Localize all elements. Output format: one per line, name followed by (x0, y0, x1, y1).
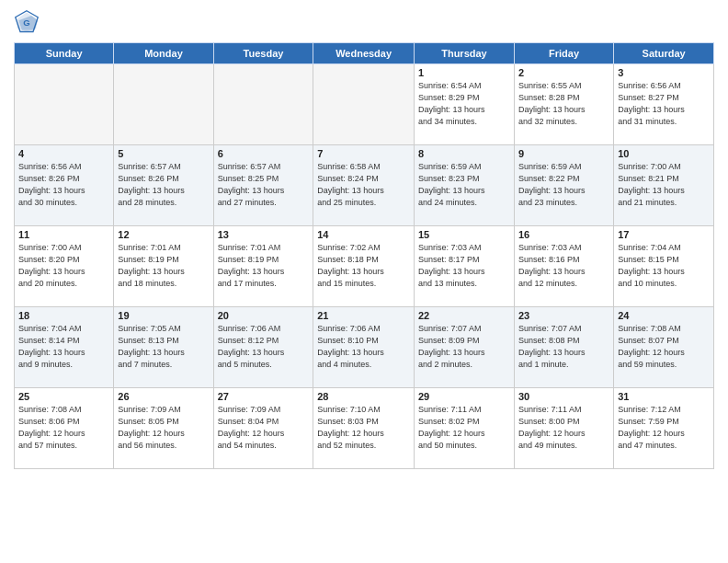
day-info: Sunrise: 7:09 AMSunset: 8:05 PMDaylight:… (118, 404, 209, 452)
day-info: Sunrise: 6:56 AMSunset: 8:27 PMDaylight:… (618, 80, 710, 128)
day-info: Sunrise: 6:54 AMSunset: 8:29 PMDaylight:… (418, 80, 510, 128)
day-number: 18 (18, 310, 109, 321)
day-number: 3 (618, 67, 710, 78)
weekday-header-wednesday: Wednesday (313, 43, 415, 64)
calendar-cell: 21Sunrise: 7:06 AMSunset: 8:10 PMDayligh… (313, 307, 415, 388)
weekday-header-saturday: Saturday (614, 43, 714, 64)
day-info: Sunrise: 7:06 AMSunset: 8:10 PMDaylight:… (317, 323, 410, 371)
day-number: 4 (18, 148, 109, 159)
day-info: Sunrise: 7:11 AMSunset: 8:00 PMDaylight:… (518, 404, 609, 452)
calendar-cell: 12Sunrise: 7:01 AMSunset: 8:19 PMDayligh… (114, 226, 213, 307)
day-number: 20 (218, 310, 310, 321)
calendar-cell: 28Sunrise: 7:10 AMSunset: 8:03 PMDayligh… (313, 388, 415, 469)
day-info: Sunrise: 7:02 AMSunset: 8:18 PMDaylight:… (317, 242, 410, 290)
calendar-row-3: 18Sunrise: 7:04 AMSunset: 8:14 PMDayligh… (15, 307, 714, 388)
day-info: Sunrise: 6:56 AMSunset: 8:26 PMDaylight:… (18, 161, 109, 209)
day-info: Sunrise: 6:57 AMSunset: 8:26 PMDaylight:… (118, 161, 209, 209)
day-number: 7 (317, 148, 410, 159)
calendar-cell: 3Sunrise: 6:56 AMSunset: 8:27 PMDaylight… (614, 64, 714, 145)
weekday-header-thursday: Thursday (414, 43, 514, 64)
calendar-row-4: 25Sunrise: 7:08 AMSunset: 8:06 PMDayligh… (15, 388, 714, 469)
day-info: Sunrise: 7:04 AMSunset: 8:14 PMDaylight:… (18, 323, 109, 371)
calendar-cell (15, 64, 114, 145)
calendar-cell: 20Sunrise: 7:06 AMSunset: 8:12 PMDayligh… (213, 307, 313, 388)
calendar-cell: 31Sunrise: 7:12 AMSunset: 7:59 PMDayligh… (614, 388, 714, 469)
calendar-cell: 9Sunrise: 6:59 AMSunset: 8:22 PMDaylight… (514, 145, 613, 226)
calendar-cell: 26Sunrise: 7:09 AMSunset: 8:05 PMDayligh… (114, 388, 213, 469)
day-info: Sunrise: 6:59 AMSunset: 8:23 PMDaylight:… (418, 161, 510, 209)
day-info: Sunrise: 7:03 AMSunset: 8:16 PMDaylight:… (518, 242, 609, 290)
day-info: Sunrise: 7:09 AMSunset: 8:04 PMDaylight:… (218, 404, 310, 452)
calendar-row-2: 11Sunrise: 7:00 AMSunset: 8:20 PMDayligh… (15, 226, 714, 307)
weekday-header-friday: Friday (514, 43, 613, 64)
day-info: Sunrise: 7:11 AMSunset: 8:02 PMDaylight:… (418, 404, 510, 452)
calendar-cell: 11Sunrise: 7:00 AMSunset: 8:20 PMDayligh… (15, 226, 114, 307)
calendar-cell (313, 64, 415, 145)
calendar-cell: 1Sunrise: 6:54 AMSunset: 8:29 PMDaylight… (414, 64, 514, 145)
day-info: Sunrise: 6:58 AMSunset: 8:24 PMDaylight:… (317, 161, 410, 209)
logo-icon: G (14, 9, 40, 35)
day-number: 15 (418, 229, 510, 240)
weekday-header-tuesday: Tuesday (213, 43, 313, 64)
day-number: 5 (118, 148, 209, 159)
day-number: 22 (418, 310, 510, 321)
calendar-cell: 19Sunrise: 7:05 AMSunset: 8:13 PMDayligh… (114, 307, 213, 388)
day-number: 8 (418, 148, 510, 159)
calendar-row-1: 4Sunrise: 6:56 AMSunset: 8:26 PMDaylight… (15, 145, 714, 226)
calendar-cell: 22Sunrise: 7:07 AMSunset: 8:09 PMDayligh… (414, 307, 514, 388)
calendar-cell: 13Sunrise: 7:01 AMSunset: 8:19 PMDayligh… (213, 226, 313, 307)
calendar-cell: 6Sunrise: 6:57 AMSunset: 8:25 PMDaylight… (213, 145, 313, 226)
day-info: Sunrise: 7:04 AMSunset: 8:15 PMDaylight:… (618, 242, 710, 290)
calendar-cell: 14Sunrise: 7:02 AMSunset: 8:18 PMDayligh… (313, 226, 415, 307)
day-number: 30 (518, 391, 609, 402)
day-info: Sunrise: 7:05 AMSunset: 8:13 PMDaylight:… (118, 323, 209, 371)
calendar-cell: 27Sunrise: 7:09 AMSunset: 8:04 PMDayligh… (213, 388, 313, 469)
calendar-cell: 2Sunrise: 6:55 AMSunset: 8:28 PMDaylight… (514, 64, 613, 145)
calendar-cell: 30Sunrise: 7:11 AMSunset: 8:00 PMDayligh… (514, 388, 613, 469)
day-number: 21 (317, 310, 410, 321)
day-info: Sunrise: 7:07 AMSunset: 8:08 PMDaylight:… (518, 323, 609, 371)
calendar-row-0: 1Sunrise: 6:54 AMSunset: 8:29 PMDaylight… (15, 64, 714, 145)
day-number: 13 (218, 229, 310, 240)
day-number: 12 (118, 229, 209, 240)
day-number: 25 (18, 391, 109, 402)
day-number: 19 (118, 310, 209, 321)
day-number: 2 (518, 67, 609, 78)
weekday-header-sunday: Sunday (15, 43, 114, 64)
day-number: 10 (618, 148, 710, 159)
day-number: 27 (218, 391, 310, 402)
day-info: Sunrise: 7:12 AMSunset: 7:59 PMDaylight:… (618, 404, 710, 452)
calendar-cell: 5Sunrise: 6:57 AMSunset: 8:26 PMDaylight… (114, 145, 213, 226)
calendar-cell: 18Sunrise: 7:04 AMSunset: 8:14 PMDayligh… (15, 307, 114, 388)
logo: G (14, 9, 43, 35)
day-info: Sunrise: 7:00 AMSunset: 8:20 PMDaylight:… (18, 242, 109, 290)
calendar-cell: 4Sunrise: 6:56 AMSunset: 8:26 PMDaylight… (15, 145, 114, 226)
calendar-cell: 15Sunrise: 7:03 AMSunset: 8:17 PMDayligh… (414, 226, 514, 307)
day-number: 1 (418, 67, 510, 78)
day-info: Sunrise: 7:06 AMSunset: 8:12 PMDaylight:… (218, 323, 310, 371)
day-info: Sunrise: 6:59 AMSunset: 8:22 PMDaylight:… (518, 161, 609, 209)
calendar-cell: 16Sunrise: 7:03 AMSunset: 8:16 PMDayligh… (514, 226, 613, 307)
day-number: 16 (518, 229, 609, 240)
calendar-cell (213, 64, 313, 145)
calendar-cell: 25Sunrise: 7:08 AMSunset: 8:06 PMDayligh… (15, 388, 114, 469)
day-number: 14 (317, 229, 410, 240)
day-info: Sunrise: 7:00 AMSunset: 8:21 PMDaylight:… (618, 161, 710, 209)
calendar-cell: 7Sunrise: 6:58 AMSunset: 8:24 PMDaylight… (313, 145, 415, 226)
day-number: 29 (418, 391, 510, 402)
calendar-cell: 10Sunrise: 7:00 AMSunset: 8:21 PMDayligh… (614, 145, 714, 226)
calendar-cell: 8Sunrise: 6:59 AMSunset: 8:23 PMDaylight… (414, 145, 514, 226)
page-header: G (14, 9, 714, 35)
calendar-cell: 29Sunrise: 7:11 AMSunset: 8:02 PMDayligh… (414, 388, 514, 469)
day-info: Sunrise: 6:57 AMSunset: 8:25 PMDaylight:… (218, 161, 310, 209)
weekday-header-row: SundayMondayTuesdayWednesdayThursdayFrid… (15, 43, 714, 64)
day-number: 11 (18, 229, 109, 240)
day-info: Sunrise: 7:07 AMSunset: 8:09 PMDaylight:… (418, 323, 510, 371)
day-number: 28 (317, 391, 410, 402)
day-info: Sunrise: 7:08 AMSunset: 8:07 PMDaylight:… (618, 323, 710, 371)
day-number: 6 (218, 148, 310, 159)
calendar-table: SundayMondayTuesdayWednesdayThursdayFrid… (14, 42, 714, 469)
day-number: 24 (618, 310, 710, 321)
day-number: 26 (118, 391, 209, 402)
calendar-cell: 24Sunrise: 7:08 AMSunset: 8:07 PMDayligh… (614, 307, 714, 388)
